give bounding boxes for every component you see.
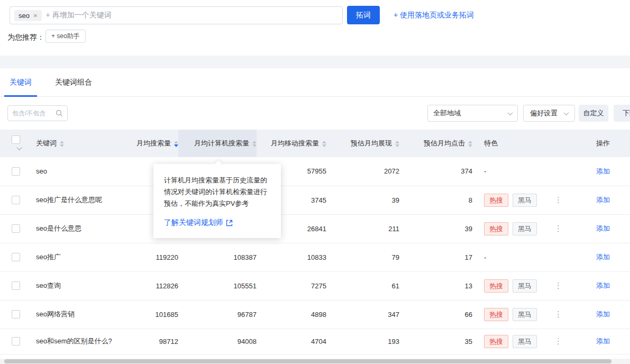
add-link[interactable]: 添加 <box>596 337 610 345</box>
add-link[interactable]: 添加 <box>596 224 610 232</box>
dark-horse-tag: 黑马 <box>513 308 537 321</box>
row-checkbox[interactable] <box>12 281 20 290</box>
row-checkbox[interactable] <box>12 310 20 319</box>
preference-dropdown[interactable]: 偏好设置 <box>523 105 575 122</box>
horizontal-scrollbar-track[interactable] <box>0 359 630 364</box>
clicks-cell: 8 <box>399 186 472 214</box>
col-impressions[interactable]: 预估月均展现 <box>351 139 392 147</box>
add-link[interactable]: 添加 <box>596 253 610 261</box>
impressions-cell: 39 <box>326 186 399 214</box>
row-checkbox[interactable] <box>12 196 20 204</box>
add-link[interactable]: 添加 <box>596 167 610 175</box>
col-monthly-search[interactable]: 月均搜索量 <box>136 139 171 147</box>
col-clicks[interactable]: 预估月均点击 <box>424 139 465 147</box>
tooltip-help-link[interactable]: 了解关键词规划师 <box>164 218 233 228</box>
table-row: seo和sem的区别是什么? 98712 94008 4704 193 35 热… <box>0 329 630 354</box>
hot-search-tag: 热搜 <box>484 335 508 348</box>
table-row: seo推广是什么意思呢 3745 39 8 热搜 黑马 ⋮ 添加 <box>0 186 630 214</box>
expand-words-button[interactable]: 拓词 <box>347 6 380 24</box>
sort-icon[interactable] <box>322 141 326 147</box>
preference-label: 偏好设置 <box>530 108 558 118</box>
hot-search-tag: 热搜 <box>484 222 508 235</box>
impressions-cell: 193 <box>326 329 399 354</box>
pc-cell: 105551 <box>178 271 257 300</box>
more-icon[interactable]: ⋮ <box>554 195 564 205</box>
search-icon <box>56 110 63 117</box>
clicks-cell: 66 <box>399 300 472 329</box>
impressions-cell: 79 <box>326 243 399 271</box>
chevron-down-icon <box>564 110 569 115</box>
clicks-cell: 17 <box>399 243 472 271</box>
customize-button[interactable]: 自定义 <box>579 105 608 122</box>
features-empty: - <box>472 167 486 175</box>
monthly-cell: 112826 <box>132 271 178 300</box>
sort-icon[interactable] <box>468 141 472 147</box>
monthly-cell: 98712 <box>132 329 178 354</box>
more-icon[interactable]: ⋮ <box>554 281 564 290</box>
more-icon[interactable]: ⋮ <box>554 336 564 346</box>
tab-keywords[interactable]: 关键词 <box>10 78 32 87</box>
keyword-cell: seo <box>36 167 47 176</box>
col-keyword[interactable]: 关键词 <box>36 139 57 147</box>
keyword-chip-label: seo <box>19 12 30 20</box>
col-features: 特色 <box>484 139 498 147</box>
more-icon[interactable]: ⋮ <box>554 310 564 319</box>
row-checkbox[interactable] <box>12 167 20 176</box>
landing-page-expand-link[interactable]: + 使用落地页或业务拓词 <box>394 11 474 20</box>
dark-horse-tag: 黑马 <box>513 222 537 235</box>
keyword-cell: seo推广 <box>36 252 61 262</box>
pc-cell: 96787 <box>178 300 257 329</box>
sort-icon[interactable] <box>60 141 64 147</box>
table-row: seo网络营销 101685 96787 4898 347 66 热搜 黑马 ⋮… <box>0 300 630 329</box>
impressions-cell: 347 <box>326 300 399 329</box>
dark-horse-tag: 黑马 <box>513 279 537 293</box>
clicks-cell: 39 <box>399 214 472 243</box>
keyword-input[interactable]: seo × + 再增加一个关键词 <box>10 6 343 24</box>
row-checkbox[interactable] <box>12 253 20 261</box>
hot-search-tag: 热搜 <box>484 194 508 207</box>
select-all-checkbox[interactable] <box>12 135 20 144</box>
add-link[interactable]: 添加 <box>596 281 610 289</box>
hot-search-tag: 热搜 <box>484 279 508 293</box>
filter-input[interactable]: 包含/不包含 <box>7 105 68 121</box>
keyword-chip[interactable]: seo × <box>14 10 42 21</box>
external-link-icon <box>226 220 233 226</box>
impressions-cell: 61 <box>326 271 399 300</box>
select-options-chevron-icon[interactable] <box>17 145 22 150</box>
mobile-cell: 4704 <box>257 329 326 354</box>
add-link[interactable]: 添加 <box>596 196 610 204</box>
row-checkbox[interactable] <box>12 337 20 345</box>
clicks-cell: 35 <box>399 329 472 354</box>
table-row: seo是什么意思 26841 211 39 热搜 黑马 ⋮ 添加 <box>0 214 630 243</box>
keyword-cell: seo网络营销 <box>36 310 75 319</box>
tab-keyword-combos[interactable]: 关键词组合 <box>55 78 92 87</box>
dark-horse-tag: 黑马 <box>513 194 537 207</box>
features-empty: - <box>472 253 486 261</box>
tab-bar: 关键词 关键词组合 <box>0 68 630 97</box>
chevron-down-icon <box>508 110 513 115</box>
keywords-table: 关键词 月均搜索量 月均计算机搜索量 月均移动搜索量 预估月均展现 预估月均点击… <box>0 130 630 354</box>
more-icon[interactable]: ⋮ <box>554 224 564 233</box>
col-mobile-search[interactable]: 月均移动搜索量 <box>271 139 319 147</box>
mobile-cell: 4898 <box>257 300 326 329</box>
tooltip-text: 计算机月均搜索量基于历史流量的情况对关键词的计算机检索量进行预估，不能作为真实P… <box>164 175 270 210</box>
row-checkbox[interactable] <box>12 224 20 233</box>
region-select[interactable]: 全部地域 <box>427 105 518 122</box>
pc-cell: 94008 <box>178 329 257 354</box>
col-pc-search[interactable]: 月均计算机搜索量 <box>194 139 249 147</box>
table-row: seo查询 112826 105551 7275 61 13 热搜 黑马 ⋮ 添… <box>0 271 630 300</box>
recommend-tag-button[interactable]: + seo助手 <box>45 30 86 43</box>
filter-placeholder: 包含/不包含 <box>12 109 56 118</box>
keyword-cell: seo推广是什么意思呢 <box>36 195 102 205</box>
table-row: seo 57955 2072 374 - 添加 <box>0 157 630 186</box>
sort-icon-active-desc[interactable] <box>174 141 178 147</box>
horizontal-scrollbar-thumb[interactable] <box>4 359 611 363</box>
download-button[interactable]: 下载 <box>614 105 630 122</box>
table-row: seo推广 119220 108387 10833 79 17 - 添加 <box>0 243 630 271</box>
remove-keyword-icon[interactable]: × <box>33 12 38 20</box>
hot-search-tag: 热搜 <box>484 308 508 321</box>
sort-icon[interactable] <box>252 141 257 147</box>
add-link[interactable]: 添加 <box>596 310 610 318</box>
sort-icon[interactable] <box>395 141 399 147</box>
section-divider <box>0 56 630 68</box>
